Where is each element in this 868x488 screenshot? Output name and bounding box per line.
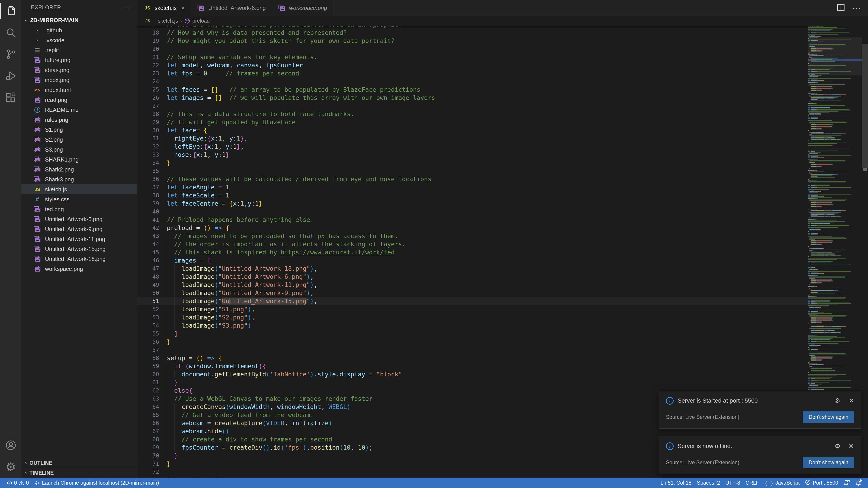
- code-line[interactable]: 55]: [137, 330, 808, 338]
- code-line[interactable]: 43// images need to be preloaded so that…: [137, 232, 808, 240]
- code-line[interactable]: 73draw = () => {: [137, 476, 808, 478]
- tab-Untitled_Artwork-6.png[interactable]: Untitled_Artwork-6.png: [191, 0, 272, 16]
- code-line[interactable]: 33nose:{x:1, y:1}: [137, 151, 808, 159]
- status-spaces-2[interactable]: Spaces: 2: [694, 480, 723, 486]
- code-line[interactable]: 58setup = () => {: [137, 354, 808, 362]
- status-crlf[interactable]: CRLF: [743, 480, 762, 486]
- notification-close-icon[interactable]: ✕: [848, 397, 854, 404]
- code-line[interactable]: 26let images = [] // we will populate th…: [137, 94, 808, 102]
- code-line[interactable]: 44// the order is important as it affect…: [137, 240, 808, 248]
- sidebar-section-outline[interactable]: ›OUTLINE: [22, 458, 137, 468]
- status-utf-8[interactable]: UTF-8: [723, 480, 743, 486]
- breadcrumb-file[interactable]: sketch.js: [158, 18, 178, 24]
- code-line[interactable]: 48loadImage("Untitled_Artwork-6.png"),: [137, 273, 808, 281]
- code-line[interactable]: 17// How and why might a data portrait d…: [137, 26, 808, 29]
- explorer-more-actions-icon[interactable]: ···: [123, 4, 131, 11]
- notification-settings-gear-icon[interactable]: ⚙: [835, 442, 840, 450]
- file-item-.replit[interactable]: ☰.replit: [22, 45, 137, 55]
- file-item-.github[interactable]: ›.github: [22, 25, 137, 35]
- code-line[interactable]: 35: [137, 167, 808, 175]
- code-line[interactable]: 25let faces = [] // an array to be popul…: [137, 86, 808, 94]
- more-actions-icon[interactable]: ···: [852, 4, 861, 12]
- debug-launch-status[interactable]: Launch Chrome against localhost (2D-mirr…: [32, 478, 162, 488]
- code-line[interactable]: 18// How and why is data presented and r…: [137, 29, 808, 37]
- code-line[interactable]: 42preload = () => {: [137, 224, 808, 232]
- file-item-ted.png[interactable]: ted.png: [22, 204, 137, 214]
- code-line[interactable]: 30let face= {: [137, 126, 808, 134]
- file-item-README.md[interactable]: iREADME.md: [22, 105, 137, 115]
- split-editor-icon[interactable]: [837, 4, 845, 12]
- dont-show-again-button[interactable]: Don't show again: [803, 412, 854, 423]
- search-icon[interactable]: [0, 22, 22, 43]
- files-icon[interactable]: [0, 0, 22, 22]
- code-line[interactable]: 27: [137, 102, 808, 110]
- code-line[interactable]: 21// Setup some variables for key elemen…: [137, 53, 808, 61]
- file-item-inbox.png[interactable]: inbox.png: [22, 75, 137, 85]
- breadcrumb[interactable]: JS sketch.js › preload: [137, 16, 868, 26]
- file-item-Untitled_Artwork-9.png[interactable]: Untitled_Artwork-9.png: [22, 224, 137, 234]
- file-item-.vscode[interactable]: ›.vscode: [22, 35, 137, 45]
- settings-gear-icon[interactable]: ⚙: [0, 456, 22, 478]
- code-line[interactable]: 47loadImage("Untitled_Artwork-18.png"),: [137, 265, 808, 273]
- file-item-Shark3.png[interactable]: Shark3.png: [22, 174, 137, 184]
- file-item-S3.png[interactable]: S3.png: [22, 144, 137, 155]
- scrollbar-thumb[interactable]: [862, 44, 868, 168]
- notification-toast[interactable]: iServer is now offline.⚙✕Source: Live Se…: [659, 436, 861, 474]
- sidebar-section-timeline[interactable]: ›TIMELINE: [22, 468, 137, 478]
- file-item-sketch.js[interactable]: JSsketch.js: [22, 184, 137, 194]
- file-item-read.png[interactable]: read.png: [22, 95, 137, 105]
- code-line[interactable]: 41// Preload happens before anything els…: [137, 216, 808, 224]
- file-item-workspace.png[interactable]: workspace.png: [22, 264, 137, 274]
- tab-close-icon[interactable]: ×: [182, 4, 185, 11]
- editor-scrollbar[interactable]: [862, 26, 868, 478]
- account-icon[interactable]: [0, 434, 22, 456]
- code-line[interactable]: 31rightEye:{x:1, y:1},: [137, 134, 808, 142]
- code-line[interactable]: 34}: [137, 159, 808, 167]
- file-item-ideas.png[interactable]: ideas.png: [22, 65, 137, 75]
- status-javascript[interactable]: { }JavaScript: [762, 480, 802, 486]
- notification-settings-gear-icon[interactable]: ⚙: [835, 397, 840, 404]
- bell-icon[interactable]: [852, 480, 864, 486]
- file-item-Untitled_Artwork-18.png[interactable]: Untitled_Artwork-18.png: [22, 254, 137, 264]
- code-line[interactable]: 29// It will get updated by BlazeFace: [137, 118, 808, 126]
- file-item-S2.png[interactable]: S2.png: [22, 135, 137, 144]
- code-line[interactable]: 36// These values will be calculated / d…: [137, 175, 808, 183]
- code-line[interactable]: 60document.getElementById('TabNotice').s…: [137, 370, 808, 379]
- code-line[interactable]: 49loadImage("Untitled_Artwork-11.png"),: [137, 281, 808, 289]
- file-item-Shark2.png[interactable]: Shark2.png: [22, 164, 137, 174]
- file-item-index.html[interactable]: <>index.html: [22, 85, 137, 95]
- code-line[interactable]: 39let faceCentre = {x:1,y:1}: [137, 199, 808, 207]
- status-port-5500[interactable]: Port : 5500: [802, 480, 841, 487]
- file-item-Untitled_Artwork-11.png[interactable]: Untitled_Artwork-11.png: [22, 234, 137, 244]
- file-item-Untitled_Artwork-6.png[interactable]: Untitled_Artwork-6.png: [22, 214, 137, 224]
- tab-workspace.png[interactable]: workspace.png: [272, 0, 333, 16]
- file-item-S1.png[interactable]: S1.png: [22, 125, 137, 135]
- file-item-SHARK1.png[interactable]: SHARK1.png: [22, 155, 137, 164]
- code-line[interactable]: 61}: [137, 379, 808, 387]
- code-line[interactable]: 19// How might you adapt this sketch for…: [137, 37, 808, 45]
- code-line[interactable]: 51loadImage("Untitled_Artwork-15.png"),: [137, 297, 808, 305]
- feedback-person-icon[interactable]: [841, 480, 852, 487]
- extensions-icon[interactable]: [0, 87, 22, 108]
- code-line[interactable]: 53loadImage("S2.png"),: [137, 313, 808, 322]
- code-line[interactable]: 46images = [: [137, 256, 808, 265]
- code-line[interactable]: 37let faceAngle = 1: [137, 183, 808, 191]
- source-control-icon[interactable]: [0, 43, 22, 65]
- file-item-future.png[interactable]: future.png: [22, 55, 137, 65]
- code-line[interactable]: 54loadImage("S3.png"): [137, 322, 808, 330]
- code-line[interactable]: 20: [137, 45, 808, 53]
- code-line[interactable]: 52loadImage("S1.png"),: [137, 305, 808, 313]
- code-line[interactable]: 28// This is a data structure to hold fa…: [137, 110, 808, 118]
- code-line[interactable]: 50loadImage("Untitled_Artwork-9.png"),: [137, 289, 808, 297]
- tab-sketch.js[interactable]: JSsketch.js×: [137, 0, 191, 16]
- file-item-Untitled_Artwork-15.png[interactable]: Untitled_Artwork-15.png: [22, 244, 137, 254]
- code-line[interactable]: 59if (window.frameElement){: [137, 362, 808, 370]
- notification-close-icon[interactable]: ✕: [848, 442, 854, 450]
- code-line[interactable]: 38let faceScale = 1: [137, 191, 808, 199]
- file-item-styles.css[interactable]: #styles.css: [22, 194, 137, 204]
- code-line[interactable]: 22let model, webcam, canvas, fpsCounter: [137, 61, 808, 69]
- breadcrumb-symbol[interactable]: preload: [192, 18, 210, 24]
- code-line[interactable]: 57: [137, 346, 808, 354]
- code-line[interactable]: 40: [137, 207, 808, 216]
- problems-status[interactable]: 0 0: [4, 478, 32, 488]
